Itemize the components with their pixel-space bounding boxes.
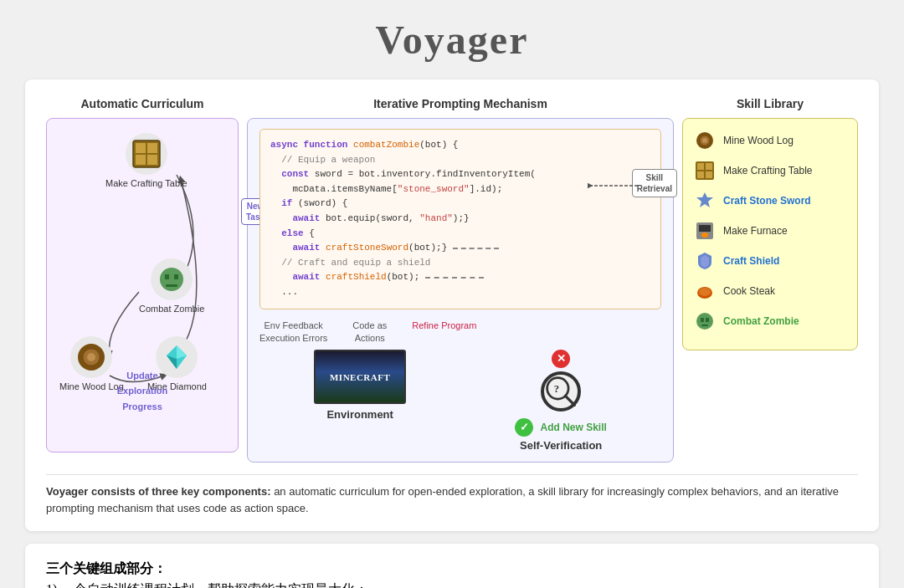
skill-icon-stone-sword: [693, 189, 717, 212]
environment-label: Environment: [326, 408, 393, 421]
update-label-text: UpdateExplorationProgress: [117, 371, 168, 412]
skill-icon-combat-zombie: [693, 309, 717, 333]
env-feedback-label: Env FeedbackExecution Errors: [259, 320, 327, 345]
svg-rect-3: [136, 155, 146, 165]
update-label: UpdateExplorationProgress: [55, 367, 229, 413]
skill-name-shield: Craft Shield: [723, 255, 779, 267]
skill-item-crafting: Make Crafting Table: [693, 159, 847, 182]
code-line-10: await craftShield(bot);: [270, 270, 650, 285]
self-verify-section: ✕ ? ✓ Add New: [515, 350, 606, 452]
skill-item-combat-zombie: Combat Zombie: [693, 309, 847, 333]
svg-rect-27: [697, 171, 704, 178]
skill-item-furnace: Make Furnace: [693, 219, 847, 243]
chinese-section: 三个关键组成部分： 1) 一个自动训练课程计划，帮助探索能力实现最大化； 2) …: [25, 544, 879, 588]
svg-rect-38: [701, 325, 708, 326]
skill-name-combat-zombie: Combat Zombie: [723, 315, 799, 327]
page-wrapper: Voyager Automatic Curriculum Iterative P…: [0, 0, 904, 588]
curriculum-box: Make Crafting Table Combat Zom: [46, 118, 239, 453]
svg-rect-37: [706, 318, 709, 322]
svg-rect-26: [706, 163, 712, 170]
skill-name-stone-sword: Craft Stone Sword: [723, 195, 811, 207]
curriculum-title: Automatic Curriculum: [80, 97, 203, 110]
page-title: Voyager: [25, 17, 879, 63]
skill-name-steak: Cook Steak: [723, 285, 775, 297]
cross-icon: ✕: [552, 350, 570, 368]
skill-icon-steak: [693, 279, 717, 303]
skill-retrieval-label: SkillRetrieval: [632, 169, 677, 197]
svg-rect-8: [174, 274, 178, 279]
prompting-title: Iterative Prompting Mechanism: [373, 97, 547, 110]
code-line-8: await craftStoneSword(bot);}: [270, 241, 650, 256]
svg-point-23: [702, 138, 707, 143]
skill-icon-furnace: [693, 219, 717, 243]
dotted-line-2: [425, 277, 484, 279]
code-line-6: await bot.equip(sword, "hand");}: [270, 212, 650, 227]
skill-library-box: Mine Wood Log Make Crafting Table: [682, 118, 858, 350]
zombie-icon: [151, 258, 193, 300]
crafting-table-icon: [126, 133, 167, 175]
caption-text: Voyager consists of three key components…: [46, 483, 858, 516]
skill-item-wood-log: Mine Wood Log: [693, 129, 847, 152]
svg-point-34: [699, 288, 711, 296]
self-verify-label: Self-Verification: [520, 439, 602, 452]
code-line-2: // Equip a weapon: [270, 153, 650, 168]
minecraft-image: MINECRAFT: [314, 350, 406, 404]
skill-name-crafting: Make Crafting Table: [723, 165, 813, 176]
minecraft-text: MINECRAFT: [330, 372, 390, 382]
svg-rect-1: [136, 143, 146, 153]
skill-retrieval-arrow: [588, 179, 638, 196]
skill-icon-wood-log: [693, 129, 717, 152]
svg-point-32: [701, 233, 708, 238]
skill-item-steak: Cook Steak: [693, 279, 847, 303]
lower-row: MINECRAFT Environment ✕: [259, 350, 661, 452]
feedback-labels: Env FeedbackExecution Errors Code asActi…: [259, 320, 661, 345]
skill-name-wood-log: Mine Wood Log: [723, 135, 794, 146]
chinese-title: 三个关键组成部分：: [46, 560, 858, 578]
crafting-table-label: Make Crafting Table: [105, 178, 187, 188]
section-titles: Automatic Curriculum Iterative Prompting…: [46, 96, 858, 111]
skill-title: Skill Library: [737, 97, 804, 110]
svg-rect-35: [696, 313, 713, 330]
code-line-11: ...: [270, 285, 650, 300]
code-line-9: // Craft and equip a shield: [270, 256, 650, 271]
svg-rect-25: [697, 163, 704, 170]
environment-section: MINECRAFT Environment: [314, 350, 406, 421]
code-line-7: else {: [270, 227, 650, 242]
skill-icon-crafting: [693, 159, 717, 182]
dotted-line-1: [453, 248, 499, 249]
skill-item-shield: Craft Shield: [693, 249, 847, 273]
svg-rect-7: [165, 274, 169, 279]
diagram-section: Make Crafting Table Combat Zom: [46, 118, 858, 463]
caption-section: Voyager consists of three key components…: [46, 474, 858, 516]
prompting-box: NewTask async function combatZombie(bot)…: [247, 118, 674, 463]
svg-rect-36: [701, 318, 704, 322]
curriculum-inner: Make Crafting Table Combat Zom: [55, 129, 229, 413]
svg-rect-6: [160, 268, 183, 291]
zombie-label: Combat Zombie: [139, 304, 204, 314]
add-skill-label: Add New Skill: [540, 422, 606, 433]
cross-row: ✕: [552, 350, 570, 368]
code-line-1: async function combatZombie(bot) {: [270, 138, 650, 153]
skill-name-furnace: Make Furnace: [723, 225, 788, 237]
caption-bold: Voyager consists of three key components…: [46, 485, 271, 498]
skill-icon-shield: [693, 249, 717, 273]
svg-text:?: ?: [554, 383, 559, 395]
magnify-icon: ?: [541, 371, 581, 412]
svg-line-20: [566, 396, 575, 406]
svg-rect-2: [147, 143, 157, 153]
add-skill-row: ✓ Add New Skill: [515, 418, 606, 437]
task-crafting-table: Make Crafting Table: [105, 133, 187, 188]
main-card: Automatic Curriculum Iterative Prompting…: [25, 79, 879, 531]
skill-item-stone-sword: Craft Stone Sword: [693, 189, 847, 212]
check-icon: ✓: [515, 418, 533, 437]
task-zombie: Combat Zombie: [139, 258, 204, 314]
svg-rect-4: [147, 155, 157, 165]
svg-rect-9: [166, 284, 177, 287]
svg-rect-31: [699, 225, 711, 232]
refine-program-label: Refine Program: [412, 320, 476, 345]
svg-marker-29: [696, 192, 713, 207]
svg-point-12: [87, 353, 95, 361]
code-block: async function combatZombie(bot) { // Eq…: [259, 129, 661, 309]
code-actions-label: Code asActions: [352, 320, 387, 345]
code-line-5: if (sword) {: [270, 197, 650, 212]
